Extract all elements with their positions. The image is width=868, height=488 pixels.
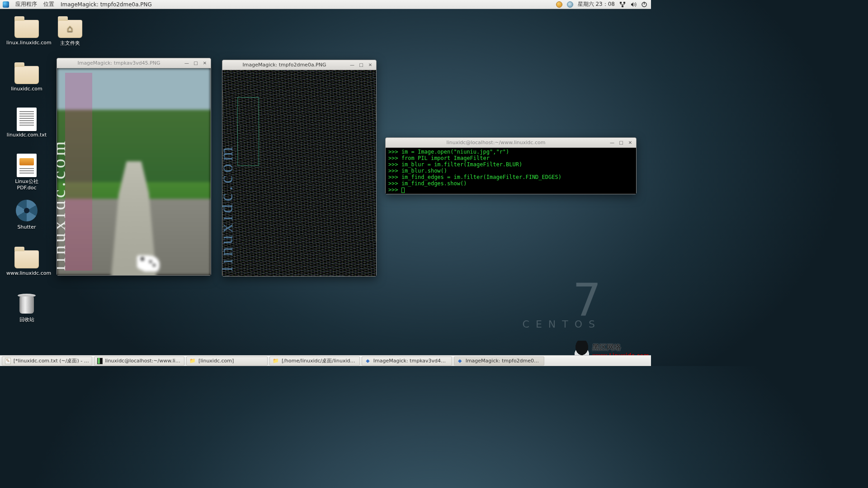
close-button[interactable]: ✕ bbox=[201, 60, 209, 66]
image-viewport: linuxidc.com bbox=[222, 70, 376, 276]
close-button[interactable]: ✕ bbox=[626, 140, 634, 146]
centos-word: CENTOS bbox=[523, 319, 601, 330]
watermark-text: linuxidc.com bbox=[222, 144, 237, 272]
svg-rect-2 bbox=[622, 5, 623, 7]
taskbar-item-terminal[interactable]: ▌ linuxidc@localhost:~/www.linuxidc.c… bbox=[94, 357, 184, 366]
menu-active-window: ImageMagick: tmpfo2dme0a.PNG bbox=[61, 1, 152, 8]
window-title: ImageMagick: tmpkav3vd45.PNG bbox=[57, 60, 181, 66]
svg-rect-1 bbox=[623, 2, 625, 4]
icon-label: Shutter bbox=[6, 224, 47, 230]
taskbar-item-imagemagick-1[interactable]: ◆ ImageMagick: tmpkav3vd45.PNG bbox=[362, 357, 452, 366]
menu-applications[interactable]: 应用程序 bbox=[15, 0, 37, 8]
tray-update-icon[interactable] bbox=[556, 1, 562, 8]
svg-rect-0 bbox=[620, 2, 622, 4]
taskbar-item-imagemagick-2[interactable]: ◆ ImageMagick: tmpfo2dme0a.PNG bbox=[454, 357, 544, 366]
image-viewport: linuxidc.com bbox=[57, 68, 211, 275]
tray-app-icon[interactable] bbox=[567, 1, 573, 8]
taskbar-item-files-2[interactable]: 📁 [/home/linuxidc/桌面/linuxidc.com/… bbox=[269, 357, 360, 366]
desktop-icon-linuxidc[interactable]: linuxidc.com bbox=[6, 61, 47, 92]
icon-label: 主文件夹 bbox=[50, 40, 90, 47]
tray-power-icon[interactable] bbox=[641, 1, 647, 8]
folder-icon: 📁 bbox=[189, 358, 196, 364]
folder-icon: 📁 bbox=[273, 358, 279, 364]
terminal-icon: ▌ bbox=[97, 358, 103, 364]
desktop-icon-www-linuxidc[interactable]: www.linuxidc.com bbox=[6, 246, 47, 276]
desktop-icon-shutter[interactable]: Shutter bbox=[6, 200, 47, 230]
taskbar-item-gedit[interactable]: ✎ [*linuxidc.com.txt (~/桌面) - gedit] bbox=[2, 357, 92, 366]
desktop-icon-linux-linuxidc[interactable]: linux.linuxidc.com bbox=[6, 15, 47, 46]
terminal-cursor bbox=[401, 188, 405, 193]
taskbar-label: [*linuxidc.com.txt (~/桌面) - gedit] bbox=[14, 357, 89, 364]
titlebar[interactable]: linuxidc@localhost:~/www.linuxidc.com — … bbox=[386, 138, 636, 148]
centos-version: 7 bbox=[523, 282, 601, 319]
icon-label: linux.linuxidc.com bbox=[6, 40, 47, 46]
taskbar: ✎ [*linuxidc.com.txt (~/桌面) - gedit] ▌ l… bbox=[0, 355, 651, 366]
menu-places[interactable]: 位置 bbox=[43, 0, 54, 8]
maximize-button[interactable]: □ bbox=[192, 60, 200, 66]
taskbar-label: [linuxidc.com] bbox=[198, 358, 234, 364]
icon-label: Linux公社PDF.doc bbox=[6, 178, 47, 191]
desktop-icon-pdfdoc[interactable]: Linux公社PDF.doc bbox=[6, 154, 47, 191]
window-imagemagick-edges[interactable]: ImageMagick: tmpfo2dme0a.PNG — □ ✕ linux… bbox=[222, 60, 377, 277]
imagemagick-icon: ◆ bbox=[365, 358, 371, 364]
tray-datetime[interactable]: 星期六 23：08 bbox=[578, 0, 615, 8]
minimize-button[interactable]: — bbox=[608, 140, 616, 146]
desktop-icon-home[interactable]: 主文件夹 bbox=[50, 15, 90, 47]
taskbar-label: [/home/linuxidc/桌面/linuxidc.com/… bbox=[282, 357, 357, 364]
terminal-output[interactable]: >>> im = Image.open("niuniu.jpg","r") >>… bbox=[386, 148, 636, 194]
window-title: linuxidc@localhost:~/www.linuxidc.com bbox=[386, 140, 606, 145]
window-title: ImageMagick: tmpfo2dme0a.PNG bbox=[222, 62, 346, 68]
watermark-text: linuxidc.com bbox=[57, 139, 70, 271]
maximize-button[interactable]: □ bbox=[357, 62, 365, 68]
icon-label: www.linuxidc.com bbox=[6, 270, 47, 276]
centos-brand: 7 CENTOS bbox=[523, 282, 601, 330]
menu-logo-icon bbox=[3, 1, 9, 8]
titlebar[interactable]: ImageMagick: tmpkav3vd45.PNG — □ ✕ bbox=[57, 58, 211, 68]
desktop-icon-txt[interactable]: linuxidc.com.txt bbox=[6, 108, 47, 138]
desktop-icon-trash[interactable]: 回收站 bbox=[6, 292, 47, 323]
top-menubar: 应用程序 位置 ImageMagick: tmpfo2dme0a.PNG 星期六… bbox=[0, 0, 651, 9]
close-button[interactable]: ✕ bbox=[366, 62, 374, 68]
icon-label: linuxidc.com bbox=[6, 86, 47, 92]
watermark-zh: 黑区网络 bbox=[592, 343, 649, 352]
taskbar-label: ImageMagick: tmpfo2dme0a.PNG bbox=[466, 358, 541, 364]
tray-volume-icon[interactable] bbox=[630, 1, 637, 8]
window-terminal[interactable]: linuxidc@localhost:~/www.linuxidc.com — … bbox=[385, 137, 637, 194]
taskbar-label: ImageMagick: tmpkav3vd45.PNG bbox=[373, 358, 449, 364]
minimize-button[interactable]: — bbox=[183, 60, 191, 66]
window-imagemagick-blur[interactable]: ImageMagick: tmpkav3vd45.PNG — □ ✕ linux… bbox=[57, 58, 211, 276]
icon-label: linuxidc.com.txt bbox=[6, 132, 47, 138]
maximize-button[interactable]: □ bbox=[617, 140, 625, 146]
tray-network-icon[interactable] bbox=[619, 1, 626, 8]
taskbar-item-files-1[interactable]: 📁 [linuxidc.com] bbox=[186, 357, 268, 366]
minimize-button[interactable]: — bbox=[348, 62, 356, 68]
gedit-icon: ✎ bbox=[5, 358, 11, 364]
taskbar-label: linuxidc@localhost:~/www.linuxidc.c… bbox=[105, 358, 181, 364]
imagemagick-icon: ◆ bbox=[457, 358, 463, 364]
titlebar[interactable]: ImageMagick: tmpfo2dme0a.PNG — □ ✕ bbox=[222, 60, 376, 70]
icon-label: 回收站 bbox=[6, 316, 47, 323]
